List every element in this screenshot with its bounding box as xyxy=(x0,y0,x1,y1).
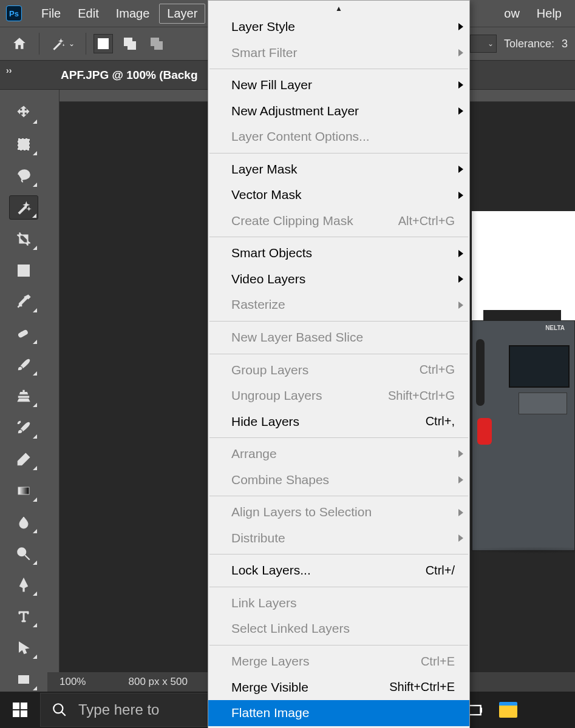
tool-preset-picker[interactable]: ⌄ xyxy=(47,33,78,54)
file-explorer-icon[interactable] xyxy=(499,702,517,718)
menu-item-label: Layer Style xyxy=(231,17,295,37)
menu-item-label: Ungroup Layers xyxy=(231,386,322,406)
divider xyxy=(86,33,86,55)
menu-item-smart-objects[interactable]: Smart Objects xyxy=(208,240,469,266)
brush-tool[interactable] xyxy=(9,352,38,377)
menu-help[interactable]: Help xyxy=(529,4,569,23)
menu-item-vector-mask[interactable]: Vector Mask xyxy=(208,182,469,208)
history-brush-tool[interactable] xyxy=(9,416,38,440)
selection-subtract-icon[interactable] xyxy=(147,34,166,53)
menu-item-merge-visible[interactable]: Merge VisibleShift+Ctrl+E xyxy=(208,675,469,701)
menu-item-label: New Fill Layer xyxy=(231,75,312,95)
submenu-arrow-icon xyxy=(458,250,463,257)
menu-item-layer-style[interactable]: Layer Style xyxy=(208,14,469,40)
menu-item-label: New Layer Based Slice xyxy=(231,328,363,348)
search-placeholder: Type here to xyxy=(78,701,159,718)
eraser-tool[interactable] xyxy=(9,447,38,471)
svg-rect-0 xyxy=(18,139,29,150)
selection-add-icon[interactable] xyxy=(120,34,140,53)
svg-point-4 xyxy=(18,548,26,556)
menu-item-group-layers: Group LayersCtrl+G xyxy=(208,357,469,383)
app-logo[interactable]: Ps xyxy=(6,5,22,21)
rectangle-tool[interactable] xyxy=(9,667,38,692)
pen-tool[interactable] xyxy=(9,573,38,598)
menu-item-label: Link Layers xyxy=(231,593,296,613)
zoom-level[interactable]: 100% xyxy=(60,676,86,688)
menu-item-distribute: Distribute xyxy=(208,525,469,551)
menu-item-combine-shapes: Combine Shapes xyxy=(208,467,469,493)
ruler-vertical[interactable] xyxy=(47,90,60,692)
menu-item-new-fill-layer[interactable]: New Fill Layer xyxy=(208,72,469,98)
menu-window[interactable]: ow xyxy=(497,4,527,23)
tolerance-value[interactable]: 3 xyxy=(562,38,568,50)
path-selection-tool[interactable] xyxy=(9,636,38,660)
menu-item-new-adjustment-layer[interactable]: New Adjustment Layer xyxy=(208,98,469,124)
magic-wand-tool[interactable] xyxy=(9,195,38,220)
menu-item-label: Rasterize xyxy=(231,295,285,315)
svg-rect-2 xyxy=(18,330,28,338)
menu-item-label: Group Layers xyxy=(231,360,308,380)
type-tool[interactable] xyxy=(9,604,38,629)
menu-item-layer-mask[interactable]: Layer Mask xyxy=(208,157,469,183)
menu-item-rasterize: Rasterize xyxy=(208,292,469,318)
menu-file[interactable]: File xyxy=(34,4,68,23)
menu-scroll-up-icon[interactable]: ▲ xyxy=(208,3,469,14)
search-icon xyxy=(52,702,67,718)
panel-expand-icon[interactable]: ›› xyxy=(6,66,12,75)
menu-item-label: Distribute xyxy=(231,528,285,548)
menu-item-label: Create Clipping Mask xyxy=(231,211,353,231)
menu-separator xyxy=(209,321,468,322)
menu-item-shortcut: Shift+Ctrl+E xyxy=(389,678,455,696)
divider xyxy=(39,33,39,55)
menu-item-smart-filter: Smart Filter xyxy=(208,40,469,66)
submenu-arrow-icon xyxy=(458,450,463,457)
menu-separator xyxy=(209,153,468,153)
crop-tool[interactable] xyxy=(9,227,38,251)
lasso-tool[interactable] xyxy=(9,164,38,188)
menu-layer[interactable]: Layer xyxy=(159,4,205,24)
selection-new-icon[interactable] xyxy=(94,34,113,53)
clone-stamp-tool[interactable] xyxy=(9,384,38,408)
move-tool[interactable] xyxy=(9,101,38,125)
healing-brush-tool[interactable] xyxy=(9,321,38,345)
menu-item-lock-layers[interactable]: Lock Layers...Ctrl+/ xyxy=(208,558,469,584)
menu-item-label: Layer Mask xyxy=(231,160,298,180)
menu-item-label: Smart Filter xyxy=(231,43,298,63)
menu-image[interactable]: Image xyxy=(109,4,157,23)
menu-edit[interactable]: Edit xyxy=(70,4,106,23)
svg-rect-9 xyxy=(480,708,483,713)
menu-item-label: Smart Objects xyxy=(231,243,312,263)
submenu-arrow-icon xyxy=(458,275,463,283)
gradient-tool[interactable] xyxy=(9,479,38,503)
submenu-arrow-icon xyxy=(458,192,463,199)
menu-item-flatten-image[interactable]: Flatten Image xyxy=(208,700,469,726)
menu-item-label: New Adjustment Layer xyxy=(231,101,359,121)
device-brand: NELTA xyxy=(545,325,565,331)
submenu-arrow-icon xyxy=(458,49,463,56)
menu-item-hide-layers[interactable]: Hide LayersCtrl+, xyxy=(208,409,469,435)
dodge-tool[interactable] xyxy=(9,542,38,566)
start-button[interactable] xyxy=(0,692,40,728)
menu-item-label: Lock Layers... xyxy=(231,561,311,581)
menu-item-label: Merge Layers xyxy=(231,652,309,672)
marquee-tool[interactable] xyxy=(9,132,38,157)
eyedropper-tool[interactable] xyxy=(9,290,38,314)
menu-item-arrange: Arrange xyxy=(208,441,469,467)
blur-tool[interactable] xyxy=(9,510,38,534)
home-button[interactable] xyxy=(7,32,32,56)
menu-item-label: Vector Mask xyxy=(231,185,302,205)
options-dropdown[interactable]: ⌄ xyxy=(470,35,497,53)
menu-item-link-layers: Link Layers xyxy=(208,590,469,616)
document-tab[interactable]: APF.JPG @ 100% (Backg xyxy=(61,69,198,82)
submenu-arrow-icon xyxy=(458,107,463,115)
menu-item-video-layers[interactable]: Video Layers xyxy=(208,266,469,292)
menu-item-new-layer-based-slice: New Layer Based Slice xyxy=(208,325,469,351)
menu-item-label: Layer Content Options... xyxy=(231,127,370,147)
menu-item-shortcut: Ctrl+E xyxy=(421,652,455,671)
frame-tool[interactable] xyxy=(9,258,38,283)
submenu-arrow-icon xyxy=(458,166,463,173)
menu-item-ungroup-layers: Ungroup LayersShift+Ctrl+G xyxy=(208,383,469,409)
submenu-arrow-icon xyxy=(458,509,463,516)
menu-item-label: Combine Shapes xyxy=(231,470,329,490)
menu-item-shortcut: Ctrl+G xyxy=(420,360,455,379)
